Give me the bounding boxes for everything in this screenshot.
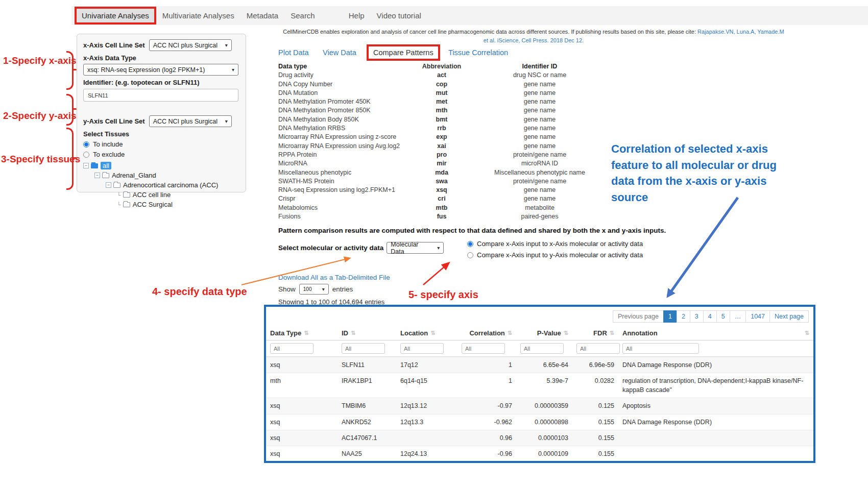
nav-univariate-analyses[interactable]: Univariate Analyses — [75, 7, 156, 25]
column-header-data-type[interactable]: Data Type⇅ — [266, 326, 337, 340]
correlation-note: Correlation of selected x-axis feature t… — [611, 141, 826, 206]
collapse-icon[interactable]: − — [83, 163, 89, 168]
table-cell: IRAK1BP1 — [337, 373, 396, 398]
column-header-p-value[interactable]: P-Value⇅ — [516, 326, 572, 340]
molecular-data-row: Select molecular or activity data Molecu… — [278, 242, 444, 254]
chevron-down-icon: ▾ — [225, 118, 228, 124]
compare-x-axis-option[interactable]: Compare x-Axis input to x-Axis molecular… — [467, 240, 643, 248]
tree-node-adrenal-gland[interactable]: − Adrenal_Gland — [83, 170, 239, 180]
identifier-label: Identifier: (e.g. topotecan or SLFN11) — [83, 79, 239, 86]
datatype-id-cell: gene name — [466, 97, 613, 106]
table-row[interactable]: xsqNAA2512q24.13-0.960.00001090.155 — [266, 446, 813, 461]
datatype-id-cell: paired-genes — [466, 212, 613, 221]
sort-icon[interactable]: ⇅ — [564, 330, 568, 336]
table-row[interactable]: mthIRAK1BP16q14-q1515.39e-70.0282regulat… — [266, 373, 813, 398]
page-number-button[interactable]: 2 — [677, 310, 690, 323]
tree-node-acc-cell-line[interactable]: └ ACC cell line — [83, 190, 239, 200]
page-length-select[interactable]: 100 ▾ — [299, 284, 329, 295]
column-filter-input[interactable] — [576, 343, 620, 354]
page-number-button[interactable]: 1 — [663, 310, 677, 323]
sort-icon[interactable]: ⇅ — [610, 330, 614, 336]
nav-help[interactable]: Help — [343, 7, 371, 24]
sort-icon[interactable]: ⇅ — [430, 330, 435, 336]
correlation-note-line: data from the x-axis or y-axis — [611, 173, 826, 189]
table-cell: 0.155 — [572, 446, 618, 461]
tree-node-label: all — [101, 162, 111, 169]
column-header-correlation[interactable]: Correlation⇅ — [457, 326, 516, 340]
datatype-id-cell: Miscellaneous phenotypic name — [466, 168, 613, 177]
column-filter-input[interactable] — [462, 343, 505, 354]
page-number-button[interactable]: 4 — [703, 310, 717, 323]
molecular-data-select[interactable]: Molecular Data ▾ — [387, 242, 444, 254]
citation-journal-link[interactable]: et al. iScience, Cell Press. 2018 Dec 12… — [278, 36, 789, 45]
table-row[interactable]: xsqSLFN1117q1216.65e-646.96e-59DNA Damag… — [266, 357, 813, 373]
previous-page-button[interactable]: Previous page — [613, 310, 664, 323]
table-row[interactable]: xsqANKRD5212q13.3-0.9620.000008980.155DN… — [266, 414, 813, 430]
sort-icon[interactable]: ⇅ — [304, 330, 308, 336]
download-all-link[interactable]: Download All as a Tab-Delimited File — [278, 274, 390, 281]
datatype-abbr-cell: fus — [417, 212, 466, 221]
identifier-input[interactable] — [83, 89, 238, 102]
compare-y-axis-option[interactable]: Compare x-Axis input to y-Axis molecular… — [467, 251, 643, 259]
datatype-name-cell: Fusions — [278, 212, 417, 221]
next-page-button[interactable]: Next page — [769, 310, 809, 323]
collapse-icon[interactable]: − — [106, 182, 111, 188]
collapse-icon[interactable]: − — [94, 173, 100, 178]
citation-text: CellMinerCDB enables exploration and ana… — [278, 28, 789, 45]
annotation-step1: 1-Specify x-axis — [3, 55, 77, 66]
datatype-abbr-cell: pro — [417, 151, 466, 159]
results-body: xsqSLFN1117q1216.65e-646.96e-59DNA Damag… — [266, 357, 813, 463]
column-header-annotation[interactable]: Annotation⇅ — [618, 326, 813, 340]
nav-video-tutorial[interactable]: Video tutorial — [371, 7, 427, 24]
tissues-include-option[interactable]: To include — [83, 140, 239, 148]
tab-plot-data[interactable]: Plot Data — [278, 48, 309, 57]
page-number-button[interactable]: … — [730, 310, 746, 323]
table-cell: LILRA1 — [337, 462, 396, 463]
tree-node-acc-surgical[interactable]: └ ACC Surgical — [83, 200, 239, 209]
y-axis-cell-line-set-select[interactable]: ACC NCI plus Surgical ▾ — [149, 115, 232, 127]
column-header-location[interactable]: Location⇅ — [396, 326, 457, 340]
tree-node-acc[interactable]: − Adrenocortical carcinoma (ACC) — [83, 180, 239, 190]
nav-metadata[interactable]: Metadata — [240, 7, 285, 24]
tree-node-all[interactable]: − all — [83, 161, 239, 170]
table-cell: 0.00000898 — [516, 414, 572, 430]
table-row[interactable]: xsqAC147067.10.960.00001030.155 — [266, 430, 813, 446]
column-filter-input[interactable] — [622, 343, 699, 354]
nav-multivariate-analyses[interactable]: Multivariate Analyses — [156, 7, 240, 24]
results-filter-row — [266, 340, 813, 357]
table-row[interactable]: xsqTMBIM612q13.12-0.970.000003590.125Apo… — [266, 398, 813, 413]
identifier-id-header: Identifier ID — [466, 62, 613, 71]
datatype-abbr-cell: cop — [417, 80, 466, 89]
column-filter-input[interactable] — [342, 343, 385, 354]
correlation-note-line: Correlation of selected x-axis — [611, 141, 826, 157]
column-filter-input[interactable] — [270, 343, 314, 354]
sort-icon[interactable]: ⇅ — [351, 330, 355, 336]
sort-icon[interactable]: ⇅ — [508, 330, 512, 336]
filter-cell — [457, 340, 516, 356]
datatype-abbr-cell: swa — [417, 177, 466, 186]
column-filter-input[interactable] — [520, 343, 564, 354]
page-number-button[interactable]: 1047 — [745, 310, 770, 323]
x-axis-data-type-select[interactable]: xsq: RNA-seq Expression (log2 FPKM+1) ▾ — [83, 64, 238, 76]
nav-search[interactable]: Search — [284, 7, 321, 24]
datatype-abbr-cell: mir — [417, 159, 466, 168]
table-row[interactable]: mthLILRA119q13.410.00001210.155defense r… — [266, 461, 813, 463]
datatype-abbr-cell: exp — [417, 133, 466, 141]
page-number-button[interactable]: 5 — [716, 310, 730, 323]
tab-view-data[interactable]: View Data — [323, 48, 356, 57]
column-header-fdr[interactable]: FDR⇅ — [572, 326, 618, 340]
column-header-id[interactable]: ID⇅ — [337, 326, 396, 340]
citation-authors-link[interactable]: Rajapakse.VN, Luna.A, Yamade.M — [697, 29, 784, 35]
table-cell: regulation of transcription, DNA-depende… — [618, 373, 813, 398]
table-cell: xsq — [266, 430, 337, 446]
table-cell: 0.0000103 — [516, 430, 572, 446]
tab-compare-patterns[interactable]: Compare Patterns — [367, 44, 440, 61]
page-number-button[interactable]: 3 — [690, 310, 704, 323]
sort-icon[interactable]: ⇅ — [805, 330, 809, 336]
x-axis-cell-line-set-select[interactable]: ACC NCI plus Surgical ▾ — [149, 39, 232, 51]
column-filter-input[interactable] — [400, 343, 444, 354]
tab-tissue-correlation[interactable]: Tissue Correlation — [448, 48, 508, 57]
tissues-exclude-option[interactable]: To exclude — [83, 151, 239, 158]
datatype-abbr-cell: act — [417, 71, 466, 80]
datatype-id-cell: protein/gene name — [466, 151, 613, 159]
